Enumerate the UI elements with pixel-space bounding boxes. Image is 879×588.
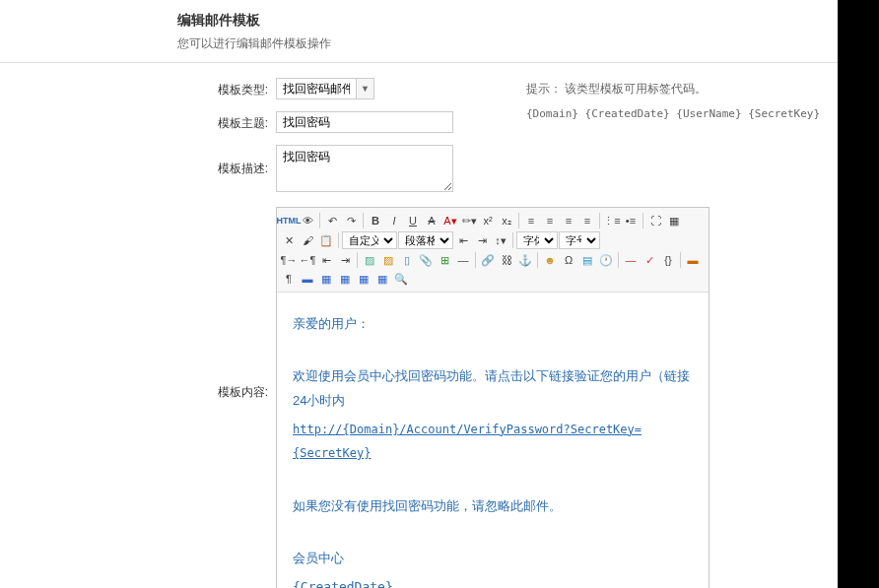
- hint-tags: {Domain} {CreatedDate} {UserName} {Secre…: [526, 107, 820, 120]
- bg1-icon[interactable]: ▬: [684, 251, 702, 269]
- indent-right-icon[interactable]: ⇥: [473, 231, 491, 249]
- hint-box: 提示： 该类型模板可用标签代码。 {Domain} {CreatedDate} …: [526, 81, 820, 120]
- label-type: 模板类型:: [20, 78, 276, 98]
- label-desc: 模板描述:: [20, 145, 276, 177]
- table-icon[interactable]: ▦: [317, 270, 335, 288]
- time-icon[interactable]: 🕐: [597, 251, 615, 269]
- dir-ltr-icon[interactable]: ¶→: [280, 251, 298, 269]
- pagebreak-icon[interactable]: —: [622, 251, 640, 269]
- underline-icon[interactable]: U: [404, 212, 422, 229]
- unlink-icon[interactable]: ⛓: [498, 251, 515, 269]
- bg3-icon[interactable]: ▬: [299, 270, 316, 288]
- align-center-icon[interactable]: ≡: [541, 212, 559, 229]
- desc-textarea[interactable]: 找回密码: [276, 145, 453, 192]
- page-subtitle: 您可以进行编辑邮件模板操作: [177, 35, 879, 52]
- dropdown-arrow-icon[interactable]: ▼: [356, 79, 373, 98]
- date-icon[interactable]: ▤: [578, 251, 596, 269]
- video-icon[interactable]: ▯: [398, 251, 416, 269]
- type-select-input[interactable]: [277, 79, 356, 98]
- list-ol-icon[interactable]: ⋮≡: [603, 212, 621, 229]
- brush-icon[interactable]: 🖌: [299, 231, 316, 249]
- redo-icon[interactable]: ↷: [342, 212, 360, 229]
- table3-icon[interactable]: ▦: [355, 270, 372, 288]
- preview-icon[interactable]: 👁: [299, 212, 316, 229]
- editor-body[interactable]: 亲爱的用户： 欢迎使用会员中心找回密码功能。请点击以下链接验证您的用户（链接24…: [277, 293, 709, 588]
- bold-icon[interactable]: B: [367, 212, 384, 229]
- content-line1: 欢迎使用会员中心找回密码功能。请点击以下链接验证您的用户（链接24小时内: [293, 364, 693, 413]
- undo-icon[interactable]: ↶: [323, 212, 341, 229]
- content-sign: 会员中心: [293, 547, 693, 571]
- sup-icon[interactable]: x²: [479, 212, 497, 229]
- table4-icon[interactable]: ▦: [373, 270, 391, 288]
- align-justify-icon[interactable]: ≡: [578, 212, 596, 229]
- backcolor-icon[interactable]: ✏▾: [460, 212, 478, 229]
- strike-icon[interactable]: A: [423, 212, 440, 229]
- type-select[interactable]: ▼: [276, 78, 374, 99]
- font-select[interactable]: 字体: [516, 231, 558, 249]
- sub-icon[interactable]: x₂: [498, 212, 515, 229]
- content-link[interactable]: http://{Domain}/Account/VerifyPassword?S…: [293, 423, 642, 461]
- search-icon[interactable]: 🔍: [392, 270, 410, 288]
- hr-icon[interactable]: —: [454, 251, 472, 269]
- size-select[interactable]: 字号: [559, 231, 600, 249]
- more-icon[interactable]: ▦: [665, 212, 683, 229]
- anchor-icon[interactable]: ⚓: [516, 251, 534, 269]
- label-subject: 模板主题:: [20, 111, 276, 132]
- hint-text: 该类型模板可用标签代码。: [565, 82, 707, 96]
- format-select[interactable]: 段落格式: [398, 231, 453, 249]
- paragraph-select[interactable]: 自定义标题: [342, 231, 397, 249]
- rich-editor: HTML 👁 ↶ ↷ B I U A A▾ ✏▾ x²: [276, 207, 710, 588]
- special-icon[interactable]: Ω: [560, 251, 577, 269]
- html-source-button[interactable]: HTML: [280, 212, 298, 229]
- hint-prefix: 提示：: [526, 82, 562, 96]
- map-icon[interactable]: ⊞: [436, 251, 453, 269]
- subject-input[interactable]: [276, 111, 453, 133]
- code-icon[interactable]: {}: [659, 251, 677, 269]
- list-ul-icon[interactable]: •≡: [622, 212, 640, 229]
- italic-icon[interactable]: I: [385, 212, 403, 229]
- content-greeting: 亲爱的用户：: [293, 312, 693, 337]
- spell-icon[interactable]: ✓: [641, 251, 658, 269]
- align-left-icon[interactable]: ≡: [522, 212, 540, 229]
- image-icon[interactable]: ▨: [361, 251, 378, 269]
- content-line2: 如果您没有使用找回密码功能，请忽略此邮件。: [293, 494, 693, 519]
- paste-icon[interactable]: 📋: [317, 231, 335, 249]
- page-header: 编辑邮件模板 您可以进行编辑邮件模板操作: [0, 0, 879, 63]
- content-date: {CreatedDate}: [293, 575, 693, 588]
- lineheight-icon[interactable]: ↕▾: [492, 231, 509, 249]
- outdent-icon[interactable]: ⇤: [317, 251, 335, 269]
- emoji-icon[interactable]: ☻: [541, 251, 559, 269]
- clearformat-icon[interactable]: ✕: [280, 231, 298, 249]
- attach-icon[interactable]: 📎: [417, 251, 435, 269]
- link-icon[interactable]: 🔗: [479, 251, 497, 269]
- table2-icon[interactable]: ▦: [336, 270, 354, 288]
- bg2-icon[interactable]: ¶: [280, 270, 298, 288]
- indent-icon[interactable]: ⇥: [336, 251, 354, 269]
- align-right-icon[interactable]: ≡: [560, 212, 577, 229]
- editor-toolbar: HTML 👁 ↶ ↷ B I U A A▾ ✏▾ x²: [277, 208, 709, 293]
- image2-icon[interactable]: ▨: [379, 251, 397, 269]
- dir-rtl-icon[interactable]: ←¶: [299, 251, 316, 269]
- fontcolor-icon[interactable]: A▾: [441, 212, 459, 229]
- fullscreen-icon[interactable]: ⛶: [646, 212, 664, 229]
- page-title: 编辑邮件模板: [177, 12, 879, 30]
- indent-left-icon[interactable]: ⇤: [454, 231, 472, 249]
- label-content: 模板内容:: [20, 207, 276, 401]
